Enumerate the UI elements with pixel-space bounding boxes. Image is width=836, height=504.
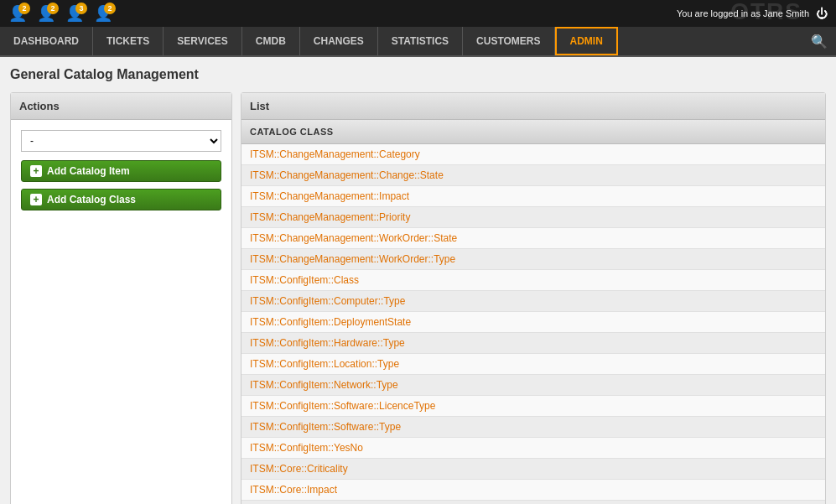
catalog-class-dropdown[interactable]: - — [21, 130, 221, 152]
catalog-class-link[interactable]: ITSM::ChangeManagement::WorkOrder::State — [250, 232, 457, 244]
search-icon: 🔍 — [811, 34, 828, 49]
avatar-badge-4: 2 — [104, 3, 116, 14]
actions-panel-body: - + Add Catalog Item + Add Catalog Class — [11, 120, 231, 227]
table-row: ITSM::ConfigItem::Location::Type — [241, 354, 825, 375]
catalog-class-link[interactable]: ITSM::ConfigItem::YesNo — [250, 442, 363, 454]
column-catalog-class: CATALOG CLASS — [241, 120, 825, 144]
list-panel: List CATALOG CLASS ITSM::ChangeManagemen… — [241, 92, 826, 504]
nav-statistics[interactable]: STATISTICS — [378, 27, 463, 55]
catalog-class-cell: ITSM::ChangeManagement::WorkOrder::State — [241, 228, 825, 249]
catalog-class-link[interactable]: ITSM::ConfigItem::Computer::Type — [250, 295, 405, 307]
catalog-class-link[interactable]: ITSM::ConfigItem::Software::LicenceType — [250, 400, 435, 412]
catalog-class-link[interactable]: ITSM::ChangeManagement::Priority — [250, 211, 410, 223]
otrs-logo: OTRS — [730, 0, 802, 23]
main-layout: Actions - + Add Catalog Item + Add Catal… — [10, 92, 826, 504]
table-row: ITSM::ChangeManagement::Impact — [241, 186, 825, 207]
nav-tickets[interactable]: TICKETS — [93, 27, 164, 55]
catalog-class-select-row: - — [21, 130, 221, 152]
page-content: General Catalog Management Actions - + A… — [0, 57, 836, 504]
table-row: ITSM::ConfigItem::YesNo — [241, 438, 825, 459]
nav-cmdb[interactable]: CMDB — [242, 27, 300, 55]
catalog-class-link[interactable]: ITSM::ConfigItem::Location::Type — [250, 358, 399, 370]
nav-admin[interactable]: ADMIN — [555, 27, 618, 55]
catalog-class-link[interactable]: ITSM::ChangeManagement::Impact — [250, 190, 409, 202]
catalog-class-cell: ITSM::ConfigItem::YesNo — [241, 438, 825, 459]
avatar-group-4[interactable]: 👤 2 — [94, 4, 112, 23]
catalog-class-cell: ITSM::ConfigItem::Network::Type — [241, 375, 825, 396]
avatar-badge-3: 3 — [75, 3, 87, 14]
catalog-class-cell: ITSM::ConfigItem::Location::Type — [241, 354, 825, 375]
catalog-class-link[interactable]: ITSM::ConfigItem::Software::Type — [250, 421, 401, 433]
table-row: ITSM::ChangeManagement::Category — [241, 144, 825, 165]
actions-panel: Actions - + Add Catalog Item + Add Catal… — [10, 92, 232, 504]
catalog-class-cell: ITSM::ChangeManagement::Priority — [241, 207, 825, 228]
add-catalog-class-icon: + — [30, 194, 42, 205]
table-row: ITSM::ConfigItem::Class — [241, 270, 825, 291]
avatar-badge-1: 2 — [18, 3, 30, 14]
catalog-class-link[interactable]: ITSM::ConfigItem::Network::Type — [250, 379, 398, 391]
catalog-class-cell: ITSM::ChangeManagement::WorkOrder::Type — [241, 249, 825, 270]
logout-button[interactable]: ⏻ — [816, 7, 828, 20]
catalog-class-link[interactable]: ITSM::ConfigItem::DeploymentState — [250, 316, 411, 328]
avatar-badge-2: 2 — [47, 3, 59, 14]
search-button[interactable]: 🔍 — [802, 27, 836, 55]
catalog-table: CATALOG CLASS ITSM::ChangeManagement::Ca… — [241, 120, 825, 504]
avatar-group-1[interactable]: 👤 2 — [8, 4, 27, 23]
add-catalog-item-button[interactable]: + Add Catalog Item — [21, 160, 221, 182]
actions-panel-header: Actions — [11, 93, 231, 120]
catalog-class-link[interactable]: ITSM::ConfigItem::Class — [250, 274, 359, 286]
nav-customers[interactable]: CUSTOMERS — [463, 27, 554, 55]
avatar-group-2[interactable]: 👤 2 — [37, 4, 55, 23]
table-row: ITSM::ConfigItem::Computer::Type — [241, 291, 825, 312]
table-row: ITSM::Core::Criticality — [241, 459, 825, 480]
add-catalog-item-label: Add Catalog Item — [47, 165, 130, 177]
catalog-class-cell: ITSM::Core::Criticality — [241, 459, 825, 480]
catalog-class-link[interactable]: ITSM::Core::Impact — [250, 484, 337, 496]
catalog-class-cell: ITSM::Core::Impact — [241, 480, 825, 501]
catalog-class-link[interactable]: ITSM::Core::Criticality — [250, 463, 348, 475]
table-row: ITSM::ChangeManagement::Priority — [241, 207, 825, 228]
nav-dashboard[interactable]: DASHBOARD — [0, 27, 93, 55]
table-row: ITSM::ChangeManagement::WorkOrder::State — [241, 228, 825, 249]
catalog-class-cell: ITSM::ChangeManagement::Category — [241, 144, 825, 165]
nav-changes[interactable]: CHANGES — [300, 27, 378, 55]
catalog-class-link[interactable]: ITSM::ConfigItem::Hardware::Type — [250, 337, 405, 349]
catalog-class-cell: ITSM::ConfigItem::DeploymentState — [241, 312, 825, 333]
avatar-group-3[interactable]: 👤 3 — [65, 4, 84, 23]
table-row: ITSM::ConfigItem::Software::LicenceType — [241, 396, 825, 417]
catalog-class-cell: ITSM::ConfigItem::Software::LicenceType — [241, 396, 825, 417]
catalog-class-cell: ITSM::ChangeManagement::Impact — [241, 186, 825, 207]
table-row: ITSM::Core::IncidentState — [241, 501, 825, 505]
table-row: ITSM::ConfigItem::Software::Type — [241, 417, 825, 438]
table-row: ITSM::Core::Impact — [241, 480, 825, 501]
avatar-groups: 👤 2 👤 2 👤 3 👤 2 — [8, 4, 112, 23]
nav-bar: DASHBOARD TICKETS SERVICES CMDB CHANGES … — [0, 27, 836, 57]
nav-services[interactable]: SERVICES — [164, 27, 241, 55]
catalog-class-link[interactable]: ITSM::ChangeManagement::Category — [250, 148, 420, 160]
add-catalog-class-button[interactable]: + Add Catalog Class — [21, 189, 221, 210]
table-row: ITSM::ChangeManagement::Change::State — [241, 165, 825, 186]
catalog-class-cell: ITSM::ConfigItem::Hardware::Type — [241, 333, 825, 354]
catalog-class-cell: ITSM::ChangeManagement::Change::State — [241, 165, 825, 186]
catalog-class-link[interactable]: ITSM::ChangeManagement::WorkOrder::Type — [250, 253, 455, 265]
page-title: General Catalog Management — [10, 67, 826, 82]
table-row: ITSM::ConfigItem::DeploymentState — [241, 312, 825, 333]
catalog-class-cell: ITSM::ConfigItem::Computer::Type — [241, 291, 825, 312]
catalog-class-cell: ITSM::ConfigItem::Class — [241, 270, 825, 291]
table-row: ITSM::ChangeManagement::WorkOrder::Type — [241, 249, 825, 270]
table-row: ITSM::ConfigItem::Network::Type — [241, 375, 825, 396]
top-bar: 👤 2 👤 2 👤 3 👤 2 You are logged in as Jan… — [0, 0, 836, 27]
add-catalog-item-icon: + — [30, 165, 42, 177]
catalog-class-cell: ITSM::ConfigItem::Software::Type — [241, 417, 825, 438]
catalog-class-link[interactable]: ITSM::ChangeManagement::Change::State — [250, 169, 444, 181]
add-catalog-class-label: Add Catalog Class — [47, 194, 136, 205]
table-row: ITSM::ConfigItem::Hardware::Type — [241, 333, 825, 354]
list-panel-header: List — [241, 93, 825, 120]
catalog-class-cell: ITSM::Core::IncidentState — [241, 501, 825, 505]
